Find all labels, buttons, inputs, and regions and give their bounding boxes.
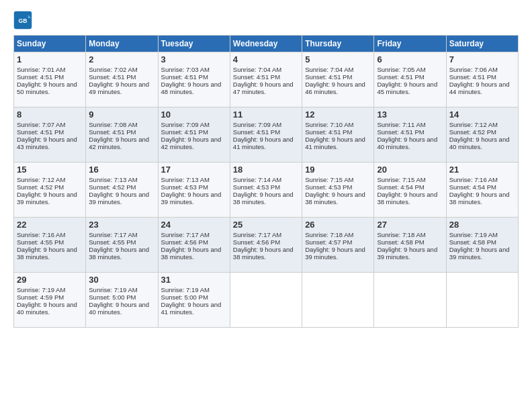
day-number: 22	[17, 220, 83, 230]
sunrise: Sunrise: 7:12 AM	[449, 121, 498, 128]
day-number: 6	[377, 54, 443, 64]
day-number: 15	[17, 165, 83, 175]
header: GB	[13, 11, 519, 30]
day-cell: 13Sunrise: 7:11 AMSunset: 4:51 PMDayligh…	[374, 107, 446, 163]
day-number: 25	[233, 220, 299, 230]
day-number: 28	[449, 220, 515, 230]
day-cell: 16Sunrise: 7:13 AMSunset: 4:52 PMDayligh…	[86, 163, 158, 218]
day-number: 3	[161, 54, 227, 64]
day-cell: 24Sunrise: 7:17 AMSunset: 4:56 PMDayligh…	[158, 218, 230, 273]
sunrise: Sunrise: 7:19 AM	[449, 231, 498, 238]
sunset: Sunset: 4:54 PM	[449, 183, 496, 191]
daylight: Daylight: 9 hours and 39 minutes.	[89, 191, 149, 205]
col-header-wednesday: Wednesday	[230, 36, 302, 52]
sunset: Sunset: 4:51 PM	[305, 73, 352, 81]
day-cell: 9Sunrise: 7:08 AMSunset: 4:51 PMDaylight…	[86, 107, 158, 163]
sunrise: Sunrise: 7:10 AM	[305, 121, 353, 128]
sunrise: Sunrise: 7:03 AM	[161, 66, 210, 73]
sunset: Sunset: 4:52 PM	[89, 183, 136, 191]
day-cell: 4Sunrise: 7:04 AMSunset: 4:51 PMDaylight…	[230, 52, 302, 107]
sunset: Sunset: 4:53 PM	[305, 183, 352, 191]
day-cell: 15Sunrise: 7:12 AMSunset: 4:52 PMDayligh…	[14, 163, 86, 218]
day-number: 24	[161, 220, 227, 230]
day-number: 21	[449, 165, 515, 175]
day-number: 27	[377, 220, 443, 230]
sunrise: Sunrise: 7:08 AM	[89, 121, 137, 128]
day-number: 8	[17, 109, 83, 120]
day-number: 5	[305, 54, 371, 64]
sunset: Sunset: 5:00 PM	[89, 293, 136, 301]
week-row-1: 1Sunrise: 7:01 AMSunset: 4:51 PMDaylight…	[14, 52, 519, 107]
sunrise: Sunrise: 7:04 AM	[305, 66, 353, 73]
sunset: Sunset: 4:58 PM	[449, 238, 496, 246]
day-cell: 30Sunrise: 7:19 AMSunset: 5:00 PMDayligh…	[86, 273, 158, 328]
logo: GB	[13, 11, 35, 30]
day-cell: 8Sunrise: 7:07 AMSunset: 4:51 PMDaylight…	[14, 107, 86, 163]
calendar-table: SundayMondayTuesdayWednesdayThursdayFrid…	[13, 35, 519, 328]
sunrise: Sunrise: 7:17 AM	[233, 231, 281, 238]
sunrise: Sunrise: 7:15 AM	[377, 176, 425, 183]
day-number: 12	[305, 109, 371, 120]
daylight: Daylight: 9 hours and 38 minutes.	[89, 246, 149, 261]
daylight: Daylight: 9 hours and 41 minutes.	[305, 136, 365, 150]
sunrise: Sunrise: 7:16 AM	[449, 176, 498, 183]
day-number: 30	[89, 275, 154, 285]
logo-icon: GB	[13, 11, 32, 30]
day-number: 1	[17, 54, 83, 64]
day-cell: 20Sunrise: 7:15 AMSunset: 4:54 PMDayligh…	[374, 163, 446, 218]
sunrise: Sunrise: 7:15 AM	[305, 176, 353, 183]
sunset: Sunset: 4:53 PM	[233, 183, 280, 191]
day-number: 17	[161, 165, 227, 175]
sunrise: Sunrise: 7:16 AM	[17, 231, 65, 238]
sunrise: Sunrise: 7:07 AM	[17, 121, 65, 128]
sunset: Sunset: 4:51 PM	[17, 73, 64, 81]
day-number: 9	[89, 109, 154, 120]
day-cell	[374, 273, 446, 328]
daylight: Daylight: 9 hours and 49 minutes.	[89, 81, 149, 95]
sunrise: Sunrise: 7:19 AM	[89, 286, 137, 293]
day-cell: 21Sunrise: 7:16 AMSunset: 4:54 PMDayligh…	[446, 163, 518, 218]
daylight: Daylight: 9 hours and 47 minutes.	[233, 81, 294, 95]
sunset: Sunset: 4:51 PM	[161, 128, 208, 136]
sunset: Sunset: 4:51 PM	[17, 128, 64, 136]
sunrise: Sunrise: 7:01 AM	[17, 66, 65, 73]
daylight: Daylight: 9 hours and 38 minutes.	[377, 191, 437, 205]
day-number: 19	[305, 165, 371, 175]
daylight: Daylight: 9 hours and 42 minutes.	[161, 136, 222, 150]
sunset: Sunset: 4:53 PM	[161, 183, 208, 191]
day-number: 14	[449, 109, 515, 120]
daylight: Daylight: 9 hours and 40 minutes.	[89, 301, 149, 316]
day-number: 20	[377, 165, 443, 175]
day-cell: 31Sunrise: 7:19 AMSunset: 5:00 PMDayligh…	[158, 273, 230, 328]
sunset: Sunset: 4:54 PM	[377, 183, 424, 191]
day-number: 29	[17, 275, 83, 285]
sunset: Sunset: 4:58 PM	[377, 238, 424, 246]
day-cell: 1Sunrise: 7:01 AMSunset: 4:51 PMDaylight…	[14, 52, 86, 107]
day-cell: 11Sunrise: 7:09 AMSunset: 4:51 PMDayligh…	[230, 107, 302, 163]
day-cell: 12Sunrise: 7:10 AMSunset: 4:51 PMDayligh…	[302, 107, 374, 163]
day-cell: 7Sunrise: 7:06 AMSunset: 4:51 PMDaylight…	[446, 52, 518, 107]
sunset: Sunset: 4:56 PM	[233, 238, 280, 246]
sunset: Sunset: 4:52 PM	[449, 128, 496, 136]
day-cell: 5Sunrise: 7:04 AMSunset: 4:51 PMDaylight…	[302, 52, 374, 107]
day-number: 4	[233, 54, 299, 64]
col-header-saturday: Saturday	[446, 36, 518, 52]
day-number: 10	[161, 109, 227, 120]
daylight: Daylight: 9 hours and 50 minutes.	[17, 81, 77, 95]
day-cell: 28Sunrise: 7:19 AMSunset: 4:58 PMDayligh…	[446, 218, 518, 273]
daylight: Daylight: 9 hours and 38 minutes.	[233, 246, 294, 261]
daylight: Daylight: 9 hours and 39 minutes.	[17, 191, 77, 205]
day-number: 26	[305, 220, 371, 230]
sunset: Sunset: 4:51 PM	[89, 128, 136, 136]
day-cell: 25Sunrise: 7:17 AMSunset: 4:56 PMDayligh…	[230, 218, 302, 273]
week-row-4: 22Sunrise: 7:16 AMSunset: 4:55 PMDayligh…	[14, 218, 519, 273]
day-cell	[230, 273, 302, 328]
daylight: Daylight: 9 hours and 40 minutes.	[17, 301, 77, 316]
day-cell: 18Sunrise: 7:14 AMSunset: 4:53 PMDayligh…	[230, 163, 302, 218]
day-cell	[446, 273, 518, 328]
daylight: Daylight: 9 hours and 43 minutes.	[17, 136, 77, 150]
day-number: 2	[89, 54, 154, 64]
col-header-friday: Friday	[374, 36, 446, 52]
daylight: Daylight: 9 hours and 39 minutes.	[449, 246, 510, 261]
day-cell: 6Sunrise: 7:05 AMSunset: 4:51 PMDaylight…	[374, 52, 446, 107]
